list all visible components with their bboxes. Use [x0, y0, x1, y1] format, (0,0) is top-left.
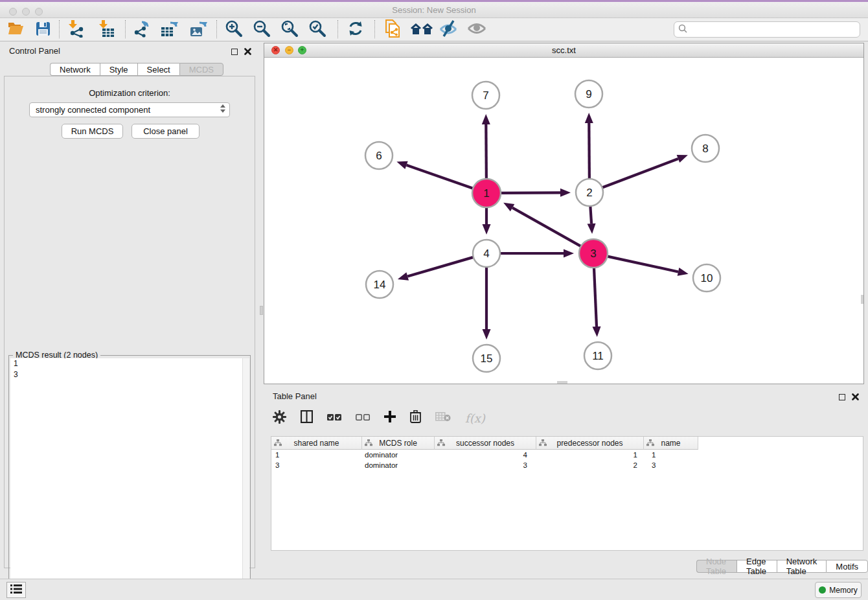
graph-edge-3-1[interactable] [512, 208, 581, 247]
graph-edge-3-11[interactable] [594, 268, 597, 327]
search-field[interactable] [674, 21, 860, 38]
minimize-window-button[interactable] [22, 8, 30, 16]
export-image-button[interactable] [188, 19, 209, 40]
column-header-shared-name[interactable]: shared name [271, 437, 362, 450]
table-cell[interactable]: 3 [644, 460, 698, 470]
graph-edge-1-7[interactable] [486, 124, 486, 179]
graph-node-3[interactable]: 3 [579, 239, 608, 268]
table-cell[interactable]: 3 [271, 460, 362, 470]
maximize-window-button[interactable] [35, 8, 43, 16]
export-network-button[interactable] [131, 19, 152, 40]
search-input[interactable] [690, 25, 860, 34]
deselect-all-button[interactable] [356, 412, 370, 424]
import-network-button[interactable] [66, 19, 87, 40]
close-window-button[interactable] [9, 8, 17, 16]
save-session-button[interactable] [32, 19, 53, 40]
run-mcds-button[interactable]: Run MCDS [62, 124, 123, 139]
table-cell[interactable]: dominator [362, 460, 435, 470]
graph-edge-1-6[interactable] [406, 165, 473, 189]
graph-edge-2-8[interactable] [602, 159, 678, 188]
show-graphics-button[interactable] [466, 19, 487, 40]
graph-node-10[interactable]: 10 [693, 264, 720, 292]
open-session-button[interactable] [5, 19, 26, 40]
zoom-in-button[interactable] [223, 19, 244, 40]
tab-network[interactable]: Network [50, 63, 100, 76]
graph-node-14[interactable]: 14 [366, 271, 393, 298]
graph-node-15[interactable]: 15 [473, 345, 500, 372]
zoom-out-button[interactable] [251, 19, 272, 40]
graph-edge-2-3[interactable] [590, 206, 591, 224]
graph-edge-2-9[interactable] [589, 123, 589, 179]
canvas-horizontal-handle[interactable] [557, 381, 567, 384]
memory-button[interactable]: Memory [815, 582, 862, 598]
graph-node-7[interactable]: 7 [472, 82, 499, 109]
tab-style[interactable]: Style [100, 63, 137, 76]
tab-select[interactable]: Select [137, 63, 179, 76]
create-column-button[interactable] [384, 411, 396, 425]
maximize-view-icon[interactable]: + [298, 46, 306, 54]
home-layout-button[interactable] [409, 19, 435, 40]
optimization-select[interactable]: strongly connected component [29, 102, 230, 117]
result-scrollbar[interactable] [242, 358, 249, 600]
panel-splitter[interactable] [259, 41, 264, 579]
delete-column-button[interactable] [410, 410, 421, 426]
graph-edge-4-14[interactable] [407, 257, 474, 277]
import-table-button[interactable] [97, 19, 117, 40]
graph-node-9[interactable]: 9 [575, 80, 602, 108]
window-controls[interactable] [9, 8, 43, 16]
close-panel-button[interactable]: Close panel [131, 124, 200, 139]
toolbar-divider [337, 20, 338, 38]
function-builder-button[interactable]: f(x) [465, 411, 485, 425]
table-cell[interactable]: 1 [271, 450, 362, 460]
tab-edge-table[interactable]: Edge Table [737, 560, 777, 573]
table-cell[interactable]: 2 [536, 460, 644, 470]
table-row[interactable]: 1dominator411 [271, 450, 863, 460]
task-history-button[interactable] [6, 582, 26, 598]
graph-node-6[interactable]: 6 [365, 142, 393, 169]
float-table-panel-icon[interactable] [839, 394, 845, 400]
graph-edge-1-2[interactable] [501, 192, 560, 193]
graph-node-11[interactable]: 11 [584, 342, 611, 369]
graph-node-2[interactable]: 2 [576, 179, 603, 206]
mcds-result-list[interactable]: 13 [10, 358, 249, 600]
select-all-button[interactable] [327, 412, 341, 424]
tab-motifs[interactable]: Motifs [826, 560, 868, 573]
canvas-vertical-handle[interactable] [861, 295, 863, 304]
zoom-fit-button[interactable] [279, 19, 300, 40]
close-table-panel-icon[interactable] [852, 391, 859, 403]
graph-node-1[interactable]: 1 [472, 179, 501, 207]
graph-edge-3-10[interactable] [607, 257, 678, 272]
table-cell[interactable]: 4 [435, 450, 536, 460]
tab-mcds[interactable]: MCDS [179, 63, 223, 76]
network-graph[interactable]: 7968124314101511 [264, 58, 863, 384]
table-settings-button[interactable] [273, 410, 286, 426]
column-header-name[interactable]: name [644, 437, 698, 450]
tab-node-table[interactable]: Node Table [696, 560, 737, 573]
splitter-handle[interactable] [260, 306, 263, 315]
close-view-icon[interactable]: ✕ [271, 46, 280, 54]
refresh-button[interactable] [345, 19, 366, 40]
zoom-selected-button[interactable] [307, 19, 328, 40]
float-panel-icon[interactable] [231, 49, 238, 55]
close-panel-icon[interactable] [244, 46, 251, 58]
network-canvas[interactable]: 7968124314101511 [264, 58, 863, 384]
table-cell[interactable]: 3 [435, 460, 536, 470]
node-table[interactable]: shared nameMCDS rolesuccessor nodesprede… [271, 436, 863, 551]
table-cell[interactable]: 1 [644, 450, 698, 460]
delete-table-button[interactable] [435, 411, 451, 424]
minimize-view-icon[interactable]: − [285, 46, 293, 54]
network-window-titlebar[interactable]: ✕ − + scc.txt [264, 43, 863, 58]
table-cell[interactable]: dominator [362, 450, 435, 460]
table-row[interactable]: 3dominator323 [271, 460, 863, 470]
table-cell[interactable]: 1 [536, 450, 644, 460]
export-table-button[interactable] [159, 19, 179, 40]
graph-node-4[interactable]: 4 [473, 240, 500, 267]
show-columns-button[interactable] [301, 410, 313, 426]
column-header-MCDS-role[interactable]: MCDS role [362, 437, 435, 450]
hide-graphics-button[interactable] [438, 19, 459, 40]
column-header-successor-nodes[interactable]: successor nodes [435, 437, 536, 450]
graph-node-8[interactable]: 8 [692, 135, 719, 162]
network-from-file-button[interactable] [382, 19, 403, 40]
tab-network-table[interactable]: Network Table [777, 560, 827, 573]
column-header-predecessor-nodes[interactable]: predecessor nodes [536, 437, 644, 450]
